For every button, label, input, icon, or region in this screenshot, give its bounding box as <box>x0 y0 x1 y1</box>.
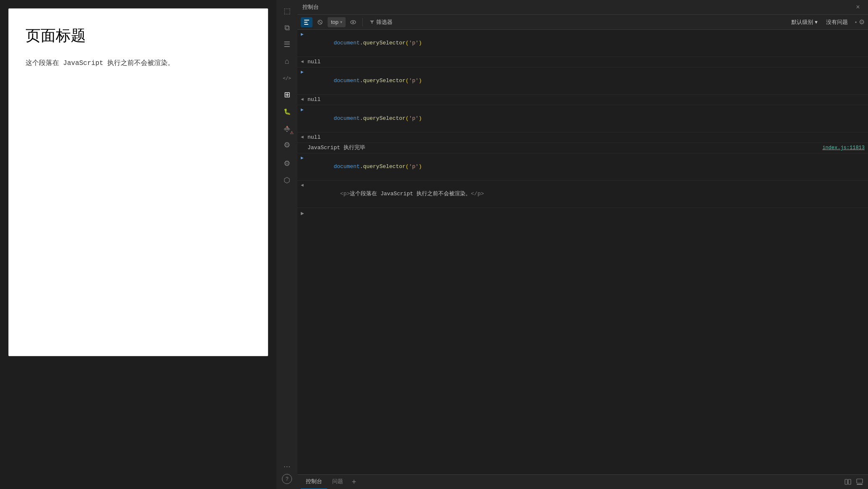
clear-console-button[interactable] <box>301 17 313 27</box>
tab-split-icon[interactable] <box>843 477 853 487</box>
expand-arrow-icon[interactable]: ▶ <box>301 107 307 112</box>
line-content: document.querySelector('p') <box>307 154 865 179</box>
result-arrow-icon: ◀ <box>301 59 307 64</box>
expand-arrow-icon[interactable]: ▶ <box>301 155 307 160</box>
help-icon[interactable]: ? <box>282 474 292 484</box>
no-issues-label: 没有问题 <box>823 18 851 26</box>
console-line: ▶ document.querySelector('p') <box>297 30 868 57</box>
level-selector[interactable]: 默认级别 ▾ <box>788 17 821 27</box>
context-chevron-icon: ▾ <box>340 20 342 24</box>
result-arrow-icon: ◀ <box>301 134 307 140</box>
line-content: null <box>307 96 865 104</box>
preview-title: 页面标题 <box>26 26 251 46</box>
line-content: JavaScript 执行完毕 <box>307 144 819 152</box>
tab-console-label: 控制台 <box>306 478 322 485</box>
tab-console[interactable]: 控制台 <box>301 475 327 489</box>
sidebar-bottom: … ? <box>279 457 294 489</box>
expand-arrow-icon[interactable]: ▶ <box>301 69 307 75</box>
inspect-icon[interactable]: ⬚ <box>279 3 294 18</box>
tab-expand-icon[interactable] <box>855 477 865 487</box>
svg-text:!: ! <box>287 127 288 129</box>
console-line: ◀ null <box>297 95 868 105</box>
tab-issues-label: 问题 <box>332 478 343 485</box>
layers-icon[interactable]: ⬡ <box>279 173 294 188</box>
line-content: null <box>307 133 865 142</box>
devtools-panel: 控制台 × top ▾ <box>297 0 868 489</box>
stop-recording-button[interactable] <box>314 17 326 27</box>
level-label: 默认级别 <box>791 18 813 26</box>
more-options-icon[interactable]: … <box>279 457 294 472</box>
line-content: document.querySelector('p') <box>307 31 865 56</box>
result-arrow-icon: ◀ <box>301 96 307 102</box>
level-chevron-icon: ▾ <box>815 19 818 25</box>
devtools-title: 控制台 <box>302 3 853 11</box>
svg-rect-10 <box>848 479 851 484</box>
tab-add-icon: + <box>352 478 356 486</box>
line-content: <p>这个段落在 JavaScript 执行之前不会被渲染。</p> <box>307 181 865 207</box>
tools-icon[interactable]: ⚙ <box>279 137 294 153</box>
tab-add-button[interactable]: + <box>348 476 360 488</box>
devtools-close-button[interactable]: × <box>853 2 863 12</box>
svg-rect-3 <box>304 22 307 23</box>
console-input-line[interactable]: ▶ <box>297 208 868 218</box>
console-line: ▶ document.querySelector('p') <box>297 153 868 181</box>
filter-button[interactable]: 筛选器 <box>366 17 396 27</box>
preview-pane: 页面标题 这个段落在 JavaScript 执行之前不会被渲染。 <box>8 8 268 356</box>
console-line: ▶ document.querySelector('p') <box>297 67 868 95</box>
context-value: top <box>331 19 338 25</box>
expand-arrow-icon[interactable]: ▶ <box>301 31 307 37</box>
console-line: ▶ document.querySelector('p') <box>297 105 868 132</box>
result-arrow-icon: ◀ <box>301 182 307 188</box>
console-output[interactable]: ▶ document.querySelector('p') ◀ null ▶ d… <box>297 30 868 474</box>
svg-rect-9 <box>845 479 847 484</box>
svg-rect-4 <box>304 24 308 25</box>
devtools-toolbar: top ▾ 筛选器 默认级别 ▾ 没有问题 <box>297 15 868 30</box>
context-selector[interactable]: top ▾ <box>328 17 346 27</box>
code-icon[interactable]: </> <box>279 70 294 85</box>
devtools-titlebar: 控制台 × <box>297 0 868 15</box>
settings-gear-icon[interactable]: ⚙ <box>279 156 294 171</box>
devtools-sidebar: ⬚ ⧉ ☰ ⌂ </> ⊞ 🐛 ! ⚙ ⚙ ⬡ … ? <box>276 0 297 489</box>
console-settings-button[interactable]: ⚙ <box>853 17 865 27</box>
line-content: null <box>307 58 865 66</box>
console-element-line: ◀ <p>这个段落在 JavaScript 执行之前不会被渲染。</p> <box>297 181 868 208</box>
svg-line-6 <box>319 21 321 23</box>
console-input[interactable] <box>307 210 865 216</box>
devtools-tabbar: 控制台 问题 + <box>297 474 868 489</box>
line-content: document.querySelector('p') <box>307 106 865 131</box>
svg-point-0 <box>287 131 288 132</box>
tab-actions <box>843 477 865 487</box>
svg-rect-12 <box>857 484 863 485</box>
home-icon[interactable]: ⌂ <box>279 54 294 69</box>
svg-point-8 <box>352 21 354 23</box>
svg-rect-2 <box>304 20 309 21</box>
extensions-icon[interactable]: ⊞ <box>279 87 294 102</box>
eye-icon-button[interactable] <box>347 17 359 27</box>
network-icon[interactable]: ! <box>279 121 294 136</box>
console-line: ◀ null <box>297 57 868 67</box>
pages-icon[interactable]: ☰ <box>279 37 294 52</box>
tab-issues[interactable]: 问题 <box>327 475 348 489</box>
console-log-line: JavaScript 执行完毕 index.js:11813 <box>297 143 868 153</box>
console-line: ◀ null <box>297 132 868 143</box>
toolbar-separator-1 <box>362 18 363 26</box>
line-content: document.querySelector('p') <box>307 68 865 93</box>
source-link[interactable]: index.js:11813 <box>822 145 865 151</box>
responsive-icon[interactable]: ⧉ <box>279 20 294 35</box>
svg-rect-11 <box>857 479 863 483</box>
debug-icon[interactable]: 🐛 <box>279 104 294 119</box>
console-prompt: ▶ <box>301 210 307 216</box>
filter-label: 筛选器 <box>376 18 393 26</box>
preview-paragraph: 这个段落在 JavaScript 执行之前不会被渲染。 <box>26 59 251 67</box>
